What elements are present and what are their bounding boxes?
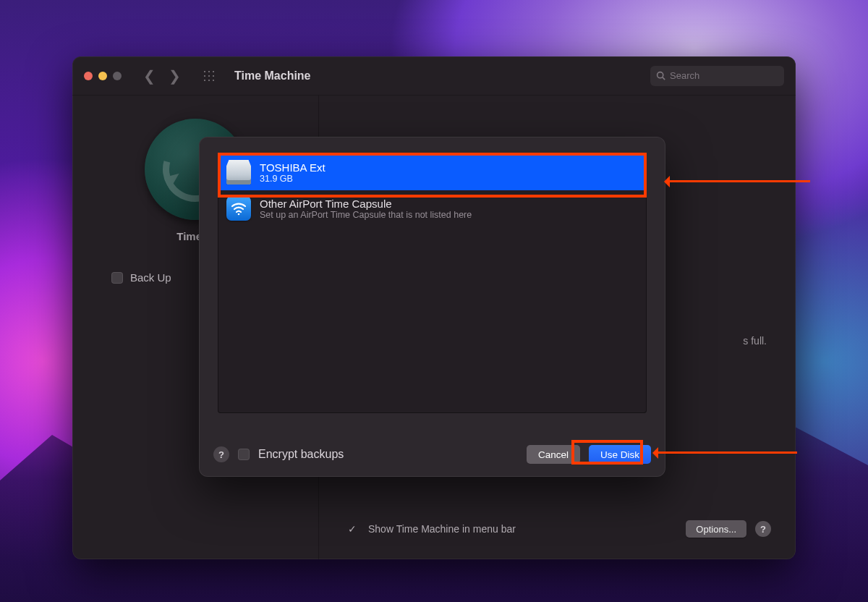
encrypt-backups-checkbox[interactable] [238,449,250,460]
window-titlebar: ❮ ❯ Time Machine Search [72,56,796,96]
disk-name: TOSHIBA Ext [260,161,326,174]
close-window-button[interactable] [84,72,93,80]
cancel-button[interactable]: Cancel [527,445,580,464]
search-field[interactable]: Search [650,66,784,86]
disk-list: TOSHIBA Ext 31.9 GB Other AirPort Time C… [218,154,647,413]
annotation-arrow-bottom [654,452,797,454]
search-placeholder: Search [670,70,699,81]
options-button[interactable]: Options... [686,520,746,538]
backup-automatically-checkbox[interactable] [111,272,123,284]
disk-row-airport[interactable]: Other AirPort Time Capsule Set up an Air… [218,190,647,226]
bottom-controls: ✓ Show Time Machine in menu bar Options.… [348,520,771,538]
show-in-menubar-checkbox[interactable]: ✓ [348,523,359,535]
sheet-footer: ? Encrypt backups Cancel Use Disk [213,445,651,464]
window-traffic-lights [84,72,122,80]
minimize-window-button[interactable] [98,72,107,80]
nav-arrows: ❮ ❯ [143,67,181,85]
search-icon [656,71,665,80]
airport-name: Other AirPort Time Capsule [260,198,472,210]
desktop-wallpaper: ❮ ❯ Time Machine Search Time M Back Up [0,0,868,602]
disk-row-toshiba[interactable]: TOSHIBA Ext 31.9 GB [218,154,647,190]
svg-point-0 [658,72,663,78]
sheet-help-button[interactable]: ? [213,446,229,462]
back-button[interactable]: ❮ [143,67,156,85]
encrypt-backups-label: Encrypt backups [258,448,344,461]
svg-line-1 [663,77,665,80]
airport-sub: Set up an AirPort Time Capsule that is n… [260,210,472,220]
help-button[interactable]: ? [755,521,771,537]
svg-point-2 [238,213,240,216]
show-all-prefs-icon[interactable] [203,69,216,82]
zoom-window-button[interactable] [113,72,122,80]
hard-drive-icon [226,160,251,185]
show-in-menubar-label: Show Time Machine in menu bar [368,523,516,535]
select-disk-sheet: TOSHIBA Ext 31.9 GB Other AirPort Time C… [199,137,665,477]
airport-icon [226,196,251,221]
annotation-arrow-top [665,180,810,182]
window-title: Time Machine [234,69,311,82]
use-disk-button[interactable]: Use Disk [589,445,651,464]
backup-automatically-label: Back Up [130,271,171,284]
disk-size: 31.9 GB [260,174,326,184]
forward-button[interactable]: ❯ [169,67,181,85]
